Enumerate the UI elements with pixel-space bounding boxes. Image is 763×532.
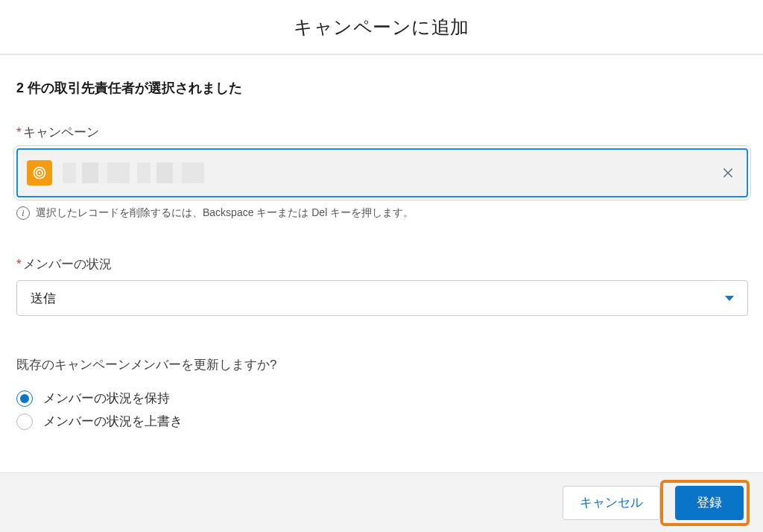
radio-overwrite-status[interactable]: メンバーの状況を上書き (16, 413, 748, 430)
modal-title: キャンペーンに追加 (294, 15, 469, 39)
delete-hint-text: 選択したレコードを削除するには、Backspace キーまたは Del キーを押… (36, 206, 414, 220)
campaign-lookup-input[interactable] (16, 148, 748, 197)
radio-icon (16, 414, 33, 430)
svg-point-2 (39, 172, 41, 174)
clear-selection-button[interactable] (718, 163, 738, 183)
campaign-name-redacted (63, 162, 204, 183)
update-question-text: 既存のキャンペーンメンバーを更新しますか? (16, 356, 748, 373)
radio-keep-status[interactable]: メンバーの状況を保持 (16, 390, 748, 407)
info-icon: i (16, 206, 30, 220)
modal-footer: キャンセル 登録 (0, 472, 763, 532)
campaign-icon (27, 160, 52, 186)
required-star-icon: * (16, 257, 22, 271)
campaign-field-label: *キャンペーン (16, 124, 748, 141)
status-field-label: *メンバーの状況 (16, 256, 748, 273)
radio-icon (16, 390, 33, 407)
delete-hint-row: i 選択したレコードを削除するには、Backspace キーまたは Del キー… (16, 206, 748, 220)
cancel-button[interactable]: キャンセル (563, 486, 660, 520)
status-label-text: メンバーの状況 (23, 257, 112, 271)
submit-button[interactable]: 登録 (675, 486, 744, 520)
member-status-select[interactable]: 送信 (16, 280, 748, 316)
radio-label: メンバーの状況を上書き (43, 413, 183, 430)
selection-count-text: 2 件の取引先責任者が選択されました (16, 79, 748, 97)
member-status-value: 送信 (31, 290, 725, 307)
modal-body: 2 件の取引先責任者が選択されました *キャンペーン i 選択したレコードを削除… (0, 55, 763, 466)
campaign-selected-name (63, 161, 718, 185)
modal-header: キャンペーンに追加 (0, 0, 763, 55)
submit-highlight-frame: 登録 (660, 480, 750, 526)
campaign-label-text: キャンペーン (23, 125, 99, 139)
chevron-down-icon (725, 296, 734, 301)
radio-label: メンバーの状況を保持 (43, 390, 170, 407)
required-star-icon: * (16, 125, 22, 139)
